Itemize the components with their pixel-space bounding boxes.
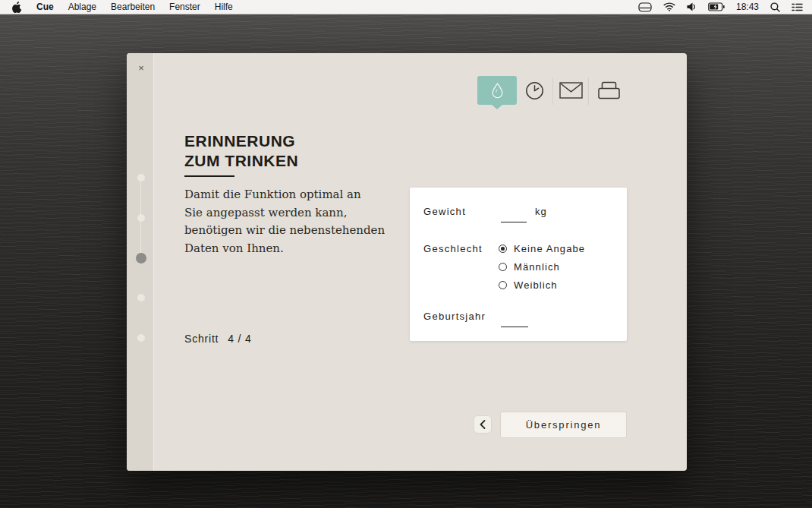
gender-label: Geschlecht <box>423 243 483 254</box>
step-dot-5 <box>137 334 145 342</box>
menu-item-fenster[interactable]: Fenster <box>169 2 200 12</box>
form-card: Gewicht kg Geschlecht Keine Angabe Männl… <box>410 188 627 341</box>
step-indicator: Schritt4 / 4 <box>184 333 252 345</box>
description-line-1: Damit die Funktion optimal an <box>184 186 385 204</box>
sidebar: × <box>127 53 154 471</box>
radio-option-maennlich[interactable]: Männlich <box>499 261 560 273</box>
step-dot-3-active <box>136 253 146 263</box>
back-button[interactable] <box>474 415 492 434</box>
app-window: × <box>127 53 687 471</box>
radio-label: Männlich <box>514 261 560 273</box>
menu-bar: Cue Ablage Bearbeiten Fenster Hilfe <box>0 0 812 14</box>
battery-charging-icon[interactable] <box>708 2 725 11</box>
mail-icon <box>559 82 583 99</box>
radio-selected-icon <box>499 245 507 253</box>
tray-icon <box>597 81 621 99</box>
skip-button[interactable]: Überspringen <box>500 412 627 438</box>
description-line-2: Sie angepasst werden kann, <box>184 204 385 222</box>
radio-label: Weiblich <box>514 279 558 291</box>
clock-time[interactable]: 18:43 <box>736 2 759 12</box>
page-title-line2: ZUM TRINKEN <box>184 151 298 171</box>
close-icon[interactable]: × <box>135 62 147 74</box>
tab-mail[interactable] <box>555 76 586 105</box>
radio-unselected-icon <box>499 263 507 271</box>
tab-water-reminder[interactable] <box>477 76 517 105</box>
radio-option-weiblich[interactable]: Weiblich <box>499 279 558 291</box>
spotlight-icon[interactable] <box>770 2 780 12</box>
step-count: 4 / 4 <box>228 333 251 345</box>
radio-unselected-icon <box>499 281 507 289</box>
description-line-4: Daten von Ihnen. <box>184 240 385 258</box>
description-text: Damit die Funktion optimal an Sie angepa… <box>184 186 385 257</box>
menu-item-ablage[interactable]: Ablage <box>68 2 96 12</box>
menu-item-hilfe[interactable]: Hilfe <box>215 2 233 12</box>
notification-list-icon[interactable] <box>792 3 803 11</box>
weight-label: Gewicht <box>423 206 466 217</box>
menu-item-bearbeiten[interactable]: Bearbeiten <box>111 2 155 12</box>
birthyear-input[interactable] <box>501 312 528 327</box>
step-word: Schritt <box>184 333 219 345</box>
step-dot-2 <box>137 214 145 222</box>
wifi-icon[interactable] <box>663 2 675 11</box>
step-dot-1 <box>137 174 145 181</box>
weight-input[interactable] <box>501 207 527 222</box>
drawer-icon[interactable] <box>638 2 652 12</box>
title-underline <box>184 175 234 177</box>
page-title: ERINNERUNG ZUM TRINKEN <box>184 131 298 171</box>
water-drop-icon <box>491 83 504 99</box>
description-line-3: benötigen wir die nebenstehenden <box>184 222 385 240</box>
chevron-left-icon <box>480 420 486 429</box>
page-title-line1: ERINNERUNG <box>184 131 298 151</box>
menu-item-app[interactable]: Cue <box>36 2 54 12</box>
tab-separator-2 <box>588 77 589 105</box>
volume-icon[interactable] <box>687 2 697 11</box>
radio-option-keine-angabe[interactable]: Keine Angabe <box>499 243 585 254</box>
apple-menu-icon[interactable] <box>12 2 22 13</box>
weight-unit: kg <box>535 206 547 217</box>
tab-tray[interactable] <box>593 76 624 105</box>
step-dot-4 <box>137 294 145 301</box>
desktop: Cue Ablage Bearbeiten Fenster Hilfe <box>0 0 812 508</box>
radio-label: Keine Angabe <box>514 243 585 254</box>
birthyear-label: Geburtsjahr <box>423 311 486 322</box>
tab-separator-1 <box>552 77 553 105</box>
tab-clock[interactable] <box>519 76 549 105</box>
clock-icon <box>525 81 544 100</box>
